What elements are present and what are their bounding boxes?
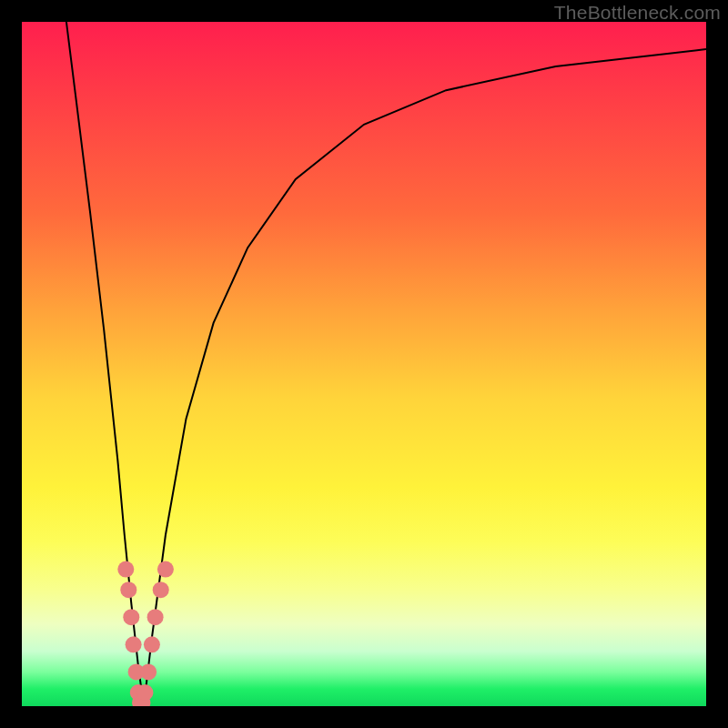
cluster-dot: [120, 581, 136, 598]
cluster-dot: [157, 561, 174, 578]
curve-layer: [22, 22, 706, 706]
outer-frame: TheBottleneck.com: [0, 0, 728, 728]
cluster-dot: [140, 663, 157, 680]
cluster-dot: [153, 581, 169, 598]
curve-right-branch: [144, 49, 706, 706]
plot-area: [22, 22, 706, 706]
watermark-text: TheBottleneck.com: [554, 2, 721, 24]
cluster-dot: [126, 636, 142, 652]
cluster-dot: [147, 609, 164, 625]
cluster-dot: [136, 684, 153, 701]
cluster-dot: [117, 561, 134, 578]
cluster-dot: [123, 609, 139, 625]
curve-left-branch: [66, 22, 144, 706]
match-cluster-dots: [117, 561, 174, 706]
cluster-dot: [144, 636, 160, 652]
